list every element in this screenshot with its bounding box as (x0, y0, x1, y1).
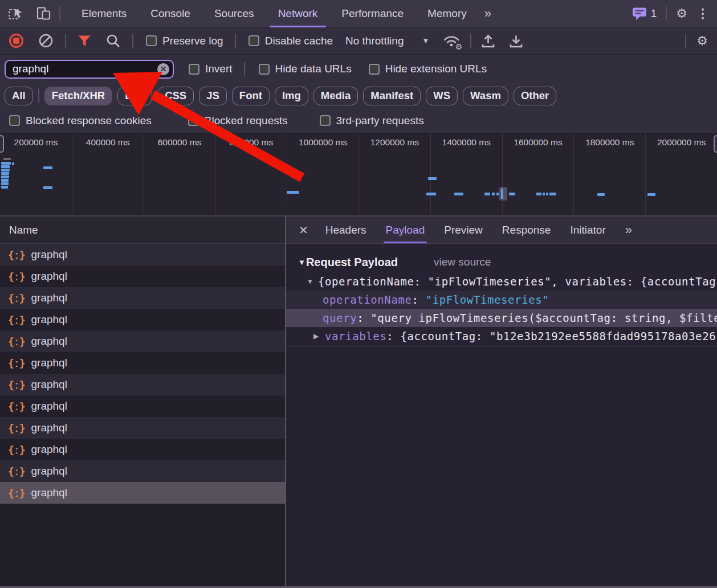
blocked-requests-checkbox[interactable] (188, 115, 199, 126)
network-request-row[interactable]: {ː}graphql (0, 395, 285, 417)
export-har-icon[interactable] (508, 34, 524, 48)
chip-css[interactable]: CSS (157, 87, 194, 105)
network-request-row[interactable]: {ː}graphql (0, 352, 285, 374)
timeline-activity-mark (501, 189, 503, 199)
expand-triangle-icon[interactable]: ▼ (307, 277, 318, 285)
invert-checkbox[interactable] (189, 64, 199, 75)
close-details-icon[interactable]: ✕ (299, 217, 308, 243)
fetch-xhr-icon: {ː} (8, 444, 25, 456)
details-tab-payload[interactable]: Payload (386, 217, 425, 243)
colon: : (412, 293, 426, 306)
inspect-element-icon[interactable] (8, 6, 23, 21)
details-more-tabs-chevron[interactable]: » (625, 217, 631, 243)
divider (470, 34, 471, 48)
network-request-row[interactable]: {ː}graphql (0, 330, 285, 352)
network-request-row[interactable]: {ː}graphql (0, 482, 285, 504)
tab-console[interactable]: Console (138, 0, 202, 27)
network-request-row[interactable]: {ː}graphql (0, 244, 285, 266)
throttling-dropdown[interactable]: No throttling ▼ (345, 35, 429, 47)
divider (65, 34, 66, 48)
timeline-tick-label: 200000 ms (14, 137, 58, 215)
filter-input[interactable] (6, 63, 173, 75)
device-toolbar-icon[interactable] (36, 6, 51, 21)
chip-manifest[interactable]: Manifest (363, 87, 421, 105)
fetch-xhr-icon: {ː} (8, 422, 25, 434)
clear-network-log-button[interactable] (38, 33, 54, 48)
payload-entry-variables[interactable]: ▶variables: {accountTag: "b12e3b2192ee55… (286, 327, 717, 345)
hide-extension-urls-label: Hide extension URLs (385, 63, 487, 75)
view-source-link[interactable]: view source (434, 256, 491, 268)
chip-other[interactable]: Other (514, 87, 556, 105)
details-tab-preview[interactable]: Preview (444, 217, 483, 243)
issues-message-icon[interactable]: 1 (632, 6, 657, 21)
tab-sources[interactable]: Sources (202, 0, 266, 27)
overview-left-grip[interactable] (0, 135, 4, 153)
disable-cache-checkbox[interactable] (248, 35, 259, 46)
clear-filter-icon[interactable]: ✕ (157, 63, 169, 75)
overview-right-grip[interactable] (714, 135, 717, 153)
chip-ws[interactable]: WS (426, 87, 458, 105)
timeline-activity-mark (3, 158, 11, 160)
timeline-tick-label: 1800000 ms (585, 137, 634, 215)
more-options-icon[interactable]: ⋮ (696, 7, 709, 20)
timeline-activity-mark (1, 162, 11, 165)
divider (38, 88, 39, 103)
tab-elements[interactable]: Elements (70, 0, 138, 27)
network-request-row[interactable]: {ː}graphql (0, 460, 285, 482)
timeline-activity-mark (1, 182, 9, 185)
details-tab-response[interactable]: Response (502, 217, 551, 243)
chip-font[interactable]: Font (232, 87, 270, 105)
network-request-row[interactable]: {ː}graphql (0, 309, 285, 330)
request-name: graphql (31, 335, 67, 348)
tab-network[interactable]: Network (266, 0, 330, 27)
network-request-row[interactable]: {ː}graphql (0, 287, 285, 309)
payload-preview-line[interactable]: ▼{operationName: "ipFlowTimeseries", var… (286, 272, 717, 291)
preserve-log-label: Preserve log (162, 35, 223, 47)
payload-panel: ▼ Request Payload view source ▼{operatio… (286, 252, 717, 347)
more-tabs-chevron[interactable]: » (479, 6, 496, 21)
payload-entry-operationName[interactable]: operationName: "ipFlowTimeseries" (286, 291, 717, 309)
network-request-row[interactable]: {ː}graphql (0, 266, 285, 287)
import-har-icon[interactable] (480, 34, 496, 48)
chip-js[interactable]: JS (199, 87, 227, 105)
settings-gear-icon[interactable]: ⚙ (676, 7, 687, 20)
name-column-header[interactable]: Name (0, 217, 285, 244)
timeline-activity-mark (1, 186, 8, 189)
details-tab-initiator[interactable]: Initiator (570, 217, 605, 243)
chip-all[interactable]: All (5, 87, 33, 105)
chip-media[interactable]: Media (313, 87, 358, 105)
3rd-party-requests-checkbox[interactable] (320, 115, 331, 126)
expand-triangle-icon[interactable]: ▶ (313, 332, 325, 340)
preserve-log-checkbox[interactable] (146, 35, 157, 46)
blocked-response-cookies-checkbox[interactable] (9, 115, 20, 126)
payload-key: variables (325, 330, 386, 342)
chip-fetch-xhr[interactable]: Fetch/XHR (44, 87, 113, 105)
details-tab-headers[interactable]: Headers (325, 217, 366, 243)
network-request-row[interactable]: {ː}graphql (0, 374, 285, 395)
network-conditions-icon[interactable]: ⚙ (443, 34, 460, 48)
hide-data-urls-checkbox[interactable] (259, 64, 270, 75)
chevron-down-icon: ▼ (422, 36, 429, 45)
payload-entry-query[interactable]: query: "query ipFlowTimeseries($accountT… (286, 309, 717, 327)
checkbox-label: Blocked response cookies (26, 115, 152, 127)
chip-doc[interactable]: Doc (117, 87, 152, 105)
network-request-row[interactable]: {ː}graphql (0, 417, 285, 439)
collapse-triangle-icon[interactable]: ▼ (298, 258, 305, 267)
network-settings-gear-icon[interactable]: ⚙ (696, 35, 708, 47)
request-name: graphql (31, 465, 67, 477)
chip-wasm[interactable]: Wasm (463, 87, 508, 105)
fetch-xhr-icon: {ː} (8, 379, 25, 391)
search-icon[interactable] (106, 34, 121, 48)
tab-performance[interactable]: Performance (329, 0, 415, 27)
tab-memory[interactable]: Memory (415, 0, 479, 27)
fetch-xhr-icon: {ː} (8, 249, 25, 261)
fetch-xhr-icon: {ː} (8, 271, 25, 283)
network-request-row[interactable]: {ː}graphql (0, 439, 285, 460)
record-network-log-button[interactable] (9, 34, 23, 48)
hide-extension-urls-checkbox[interactable] (369, 64, 380, 75)
chip-img[interactable]: Img (275, 87, 308, 105)
fetch-xhr-icon: {ː} (8, 292, 25, 304)
filter-funnel-icon[interactable] (78, 35, 91, 47)
network-overview-timeline[interactable]: 200000 ms400000 ms600000 ms800000 ms1000… (0, 133, 717, 217)
timeline-activity-mark (492, 193, 495, 195)
